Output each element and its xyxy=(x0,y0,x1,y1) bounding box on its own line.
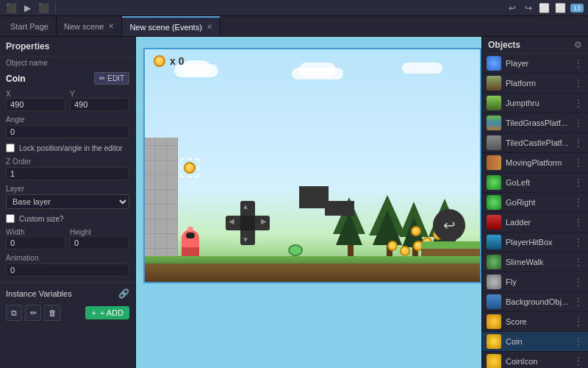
object-name: Player xyxy=(506,59,569,68)
object-name: Score xyxy=(506,317,569,326)
object-name: Fly xyxy=(506,277,569,286)
top-toolbar: ⬛ ▶ ⬛ ↩ ↪ ⬜ ⬜ 13 xyxy=(0,0,588,16)
toolbar-redo[interactable]: ↪ xyxy=(522,1,535,15)
animation-row: Animation 0 xyxy=(0,252,135,279)
object-list-item[interactable]: SlimeWalk⋮ xyxy=(482,252,588,272)
object-icon xyxy=(487,314,501,329)
object-list-item[interactable]: Jumpthru⋮ xyxy=(482,93,588,113)
object-list-item[interactable]: Platform⋮ xyxy=(482,74,588,93)
object-name-value-row: Coin ✏ EDIT xyxy=(0,69,135,88)
object-menu-icon[interactable]: ⋮ xyxy=(573,177,584,188)
object-list-item[interactable]: BackgroundObj...⋮ xyxy=(482,292,588,312)
angle-row: Angle 0 xyxy=(0,113,135,141)
dpad-down-arrow: ▼ xyxy=(242,236,249,244)
version-badge: 13 xyxy=(570,4,584,13)
z-order-row: Z Order 1 xyxy=(0,155,135,183)
toolbar-icon-2[interactable]: ▶ xyxy=(21,1,34,15)
toolbar-extra-1[interactable]: ⬜ xyxy=(538,1,551,15)
object-list-item[interactable]: Coin⋮ xyxy=(482,332,588,352)
object-menu-icon[interactable]: ⋮ xyxy=(573,276,584,288)
object-menu-icon[interactable]: ⋮ xyxy=(573,355,584,367)
object-list-item[interactable]: GoRight⋮ xyxy=(482,193,588,213)
jump-button-scene[interactable]: ↩ xyxy=(433,209,465,241)
filter-icon[interactable]: ⚙ xyxy=(574,40,582,50)
object-name-value: Coin xyxy=(6,74,26,84)
object-menu-icon[interactable]: ⋮ xyxy=(573,296,584,308)
cloud-5 xyxy=(402,63,442,74)
object-menu-icon[interactable]: ⋮ xyxy=(573,157,584,169)
custom-size-checkbox[interactable] xyxy=(6,214,15,223)
x-value[interactable]: 490 xyxy=(6,98,65,111)
custom-size-row[interactable]: Custom size? xyxy=(0,211,135,226)
object-name-label: Object name xyxy=(6,59,129,67)
height-value[interactable]: 0 xyxy=(70,236,129,250)
object-name: GoRight xyxy=(506,198,569,207)
tab-new-scene-events-close[interactable]: ✕ xyxy=(207,23,212,31)
instance-edit-btn[interactable]: ✏ xyxy=(25,305,41,321)
object-icon xyxy=(487,255,501,269)
instance-copy-btn[interactable]: ⧉ xyxy=(6,305,22,321)
toolbar-extra-2[interactable]: ⬜ xyxy=(554,1,567,15)
angle-value[interactable]: 0 xyxy=(6,125,129,138)
object-menu-icon[interactable]: ⋮ xyxy=(573,236,584,248)
dpad-cross[interactable]: ◀ ▶ ▲ ▼ xyxy=(226,201,270,245)
scene-coin-8 xyxy=(400,246,410,256)
object-icon xyxy=(487,155,501,170)
object-icon xyxy=(487,96,501,110)
object-list-item[interactable]: GoLeft⋮ xyxy=(482,173,588,193)
object-list-item[interactable]: Fly⋮ xyxy=(482,272,588,292)
object-menu-icon[interactable]: ⋮ xyxy=(573,316,584,328)
lock-position-row[interactable]: Lock position/angle in the editor xyxy=(0,141,135,155)
tab-new-scene[interactable]: New scene ✕ xyxy=(57,16,122,36)
object-list-item[interactable]: Player⋮ xyxy=(482,54,588,74)
object-name: Platform xyxy=(506,79,569,88)
tab-new-scene-close[interactable]: ✕ xyxy=(108,22,114,30)
object-menu-icon[interactable]: ⋮ xyxy=(573,117,584,129)
object-icon xyxy=(487,215,501,230)
lock-checkbox[interactable] xyxy=(6,144,15,152)
object-menu-icon[interactable]: ⋮ xyxy=(573,137,584,149)
object-list-item[interactable]: Ladder⋮ xyxy=(482,213,588,233)
add-instance-var-button[interactable]: + + ADD xyxy=(85,306,129,319)
instance-vars-link-icon[interactable]: 🔗 xyxy=(118,289,129,299)
layer-select[interactable]: Base layer xyxy=(6,194,129,209)
width-value[interactable]: 0 xyxy=(6,236,65,250)
cloud-4 xyxy=(299,63,336,77)
lock-label: Lock position/angle in the editor xyxy=(19,144,123,152)
dark-platform-2 xyxy=(325,201,354,216)
cloud-2 xyxy=(182,60,211,77)
jump-arrow-icon: ↩ xyxy=(443,216,456,234)
object-menu-icon[interactable]: ⋮ xyxy=(573,197,584,208)
object-menu-icon[interactable]: ⋮ xyxy=(573,336,584,347)
object-menu-icon[interactable]: ⋮ xyxy=(573,97,584,109)
toolbar-icon-1[interactable]: ⬛ xyxy=(4,1,18,15)
toolbar-icon-3[interactable]: ⬛ xyxy=(37,1,50,15)
left-panel: Properties Object name Coin ✏ EDIT X 490… xyxy=(0,37,136,368)
scene-frame: x 0 xyxy=(143,48,481,283)
z-order-value[interactable]: 1 xyxy=(6,167,129,180)
object-list-item[interactable]: TiledGrassPlatf...⋮ xyxy=(482,113,588,133)
center-canvas[interactable]: x 0 xyxy=(136,37,481,368)
object-menu-icon[interactable]: ⋮ xyxy=(573,216,584,228)
object-icon xyxy=(487,235,501,250)
object-list-item[interactable]: TiledCastlePlatf...⋮ xyxy=(482,133,588,153)
object-list-item[interactable]: PlayerHitBox⋮ xyxy=(482,233,588,252)
objects-panel-title: Objects xyxy=(488,40,520,50)
dpad-up-arrow: ▲ xyxy=(242,202,249,210)
edit-button[interactable]: ✏ EDIT xyxy=(94,72,129,85)
tab-start-page[interactable]: Start Page xyxy=(3,16,57,36)
instance-delete-btn[interactable]: 🗑 xyxy=(44,305,60,321)
object-menu-icon[interactable]: ⋮ xyxy=(573,57,584,69)
dpad-control[interactable]: ◀ ▶ ▲ ▼ xyxy=(226,201,270,245)
object-list-item[interactable]: MovingPlatform⋮ xyxy=(482,153,588,173)
animation-value[interactable]: 0 xyxy=(6,263,129,277)
object-menu-icon[interactable]: ⋮ xyxy=(573,256,584,268)
object-list-item[interactable]: CoinIcon⋮ xyxy=(482,352,588,368)
object-menu-icon[interactable]: ⋮ xyxy=(573,77,584,89)
toolbar-undo[interactable]: ↩ xyxy=(506,1,519,15)
object-list-item[interactable]: Score⋮ xyxy=(482,312,588,332)
tab-new-scene-events[interactable]: New scene (Events) ✕ xyxy=(122,16,220,36)
y-value[interactable]: 490 xyxy=(70,98,129,111)
object-icon xyxy=(487,175,501,190)
dpad-left-arrow: ◀ xyxy=(229,217,234,225)
